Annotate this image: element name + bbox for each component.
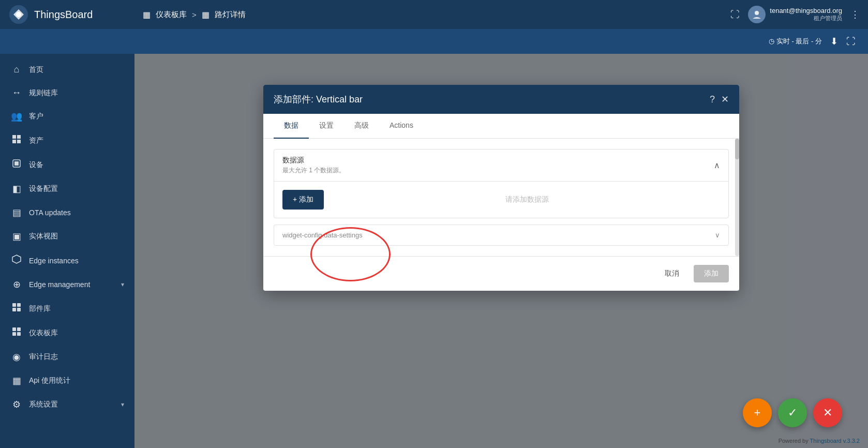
breadcrumb-item2[interactable]: 路灯详情: [215, 10, 246, 20]
sidebar-item-devices[interactable]: 设备: [0, 153, 134, 177]
expand-icon[interactable]: ⛶: [846, 36, 856, 47]
more-menu-icon[interactable]: ⋮: [850, 9, 860, 20]
fab-cancel-button[interactable]: ✕: [813, 398, 842, 427]
svg-marker-9: [12, 255, 21, 263]
customers-icon: 👥: [10, 111, 23, 122]
cancel-button[interactable]: 取消: [656, 265, 687, 282]
rules-icon: ↔: [10, 87, 23, 98]
sidebar-item-label: Edge instances: [29, 257, 124, 265]
add-widget-dialog: 添加部件: Vertical bar ? ✕ 数据 设置 高级 Actions: [263, 85, 739, 291]
breadcrumb-item1[interactable]: 仪表板库: [156, 10, 187, 20]
tab-settings[interactable]: 设置: [309, 114, 344, 139]
breadcrumb-area: ▦ 仪表板库 > ▦ 路灯详情: [143, 10, 730, 20]
fab-add-button[interactable]: +: [743, 398, 772, 427]
fullscreen-icon[interactable]: ⛶: [730, 9, 740, 20]
sidebar-item-customers[interactable]: 👥 客户: [0, 104, 134, 128]
fab-cancel-icon: ✕: [823, 406, 832, 420]
sidebar-item-audit-logs[interactable]: ◉ 审计日志: [0, 345, 134, 369]
tab-data[interactable]: 数据: [274, 114, 309, 139]
datasource-subtitle: 最大允许 1 个数据源。: [282, 166, 345, 175]
sidebar-item-label: 首页: [29, 65, 124, 74]
sidebar-item-label: 客户: [29, 112, 124, 121]
svg-point-1: [16, 12, 21, 17]
svg-rect-6: [17, 140, 21, 143]
logo-icon: [8, 4, 29, 25]
fab-confirm-icon: ✓: [788, 406, 797, 420]
datasource-section-header[interactable]: 数据源 最大允许 1 个数据源。 ∧: [274, 150, 728, 181]
dialog-header-icons: ? ✕: [710, 94, 729, 105]
svg-rect-16: [12, 332, 16, 336]
dashboards-icon: [10, 327, 23, 339]
fab-confirm-button[interactable]: ✓: [778, 398, 807, 427]
sub-header: ◷ 实时 - 最后 - 分 ⬇ ⛶: [0, 29, 868, 54]
breadcrumb-icon2: ▦: [202, 10, 209, 20]
config-row[interactable]: widget-config.data-settings ∨: [274, 225, 729, 246]
svg-rect-12: [12, 308, 16, 311]
datasource-section: 数据源 最大允许 1 个数据源。 ∧ + 添加 请添加数据源: [274, 149, 729, 218]
dialog-scrollbar[interactable]: [735, 139, 739, 256]
sidebar-item-device-profiles[interactable]: ◧ 设备配置: [0, 177, 134, 201]
dialog-overlay: 添加部件: Vertical bar ? ✕ 数据 设置 高级 Actions: [134, 54, 868, 448]
sidebar-item-label: 规则链库: [29, 88, 124, 98]
sidebar-item-widget-library[interactable]: 部件库: [0, 296, 134, 321]
datasource-placeholder: 请添加数据源: [334, 195, 720, 204]
sidebar-item-label: 审计日志: [29, 352, 124, 362]
settings-expand-arrow-icon: ▾: [121, 401, 124, 408]
svg-point-2: [755, 11, 759, 15]
dialog-tabs: 数据 设置 高级 Actions: [263, 114, 739, 139]
datasource-section-body: + 添加 请添加数据源: [274, 181, 728, 218]
sidebar-item-home[interactable]: ⌂ 首页: [0, 58, 134, 81]
sidebar-item-edge-management[interactable]: ⊕ Edge management ▾: [0, 273, 134, 296]
datasource-title: 数据源: [282, 156, 345, 165]
tab-advanced[interactable]: 高级: [344, 114, 379, 139]
close-icon[interactable]: ✕: [721, 94, 729, 105]
system-settings-icon: ⚙: [10, 399, 23, 410]
main-layout: ⌂ 首页 ↔ 规则链库 👥 客户 资产: [0, 54, 868, 448]
config-expand-icon[interactable]: ∨: [715, 231, 720, 239]
assets-icon: [10, 135, 23, 146]
logo-area: ThingsBoard: [8, 4, 143, 25]
scrollbar-thumb: [735, 139, 739, 159]
edge-instances-icon: [10, 255, 23, 266]
content-area: 添加部件: Vertical bar ? ✕ 数据 设置 高级 Actions: [134, 54, 868, 448]
top-header: ThingsBoard ▦ 仪表板库 > ▦ 路灯详情 ⛶ tenant@thi…: [0, 0, 868, 29]
devices-icon: [10, 159, 23, 171]
edge-management-icon: ⊕: [10, 279, 23, 290]
sidebar-item-entity-views[interactable]: ▣ 实体视图: [0, 225, 134, 248]
home-icon: ⌂: [10, 64, 23, 75]
add-datasource-button[interactable]: + 添加: [282, 190, 324, 210]
sidebar-item-label: 系统设置: [29, 400, 115, 409]
dialog-header: 添加部件: Vertical bar ? ✕: [263, 85, 739, 114]
svg-rect-11: [17, 303, 21, 307]
sidebar-item-ota[interactable]: ▤ OTA updates: [0, 201, 134, 225]
sidebar-item-dashboards[interactable]: 仪表板库: [0, 321, 134, 345]
svg-rect-10: [12, 303, 16, 307]
sidebar-item-edge-instances[interactable]: Edge instances: [0, 248, 134, 273]
sidebar-item-label: 仪表板库: [29, 328, 124, 338]
avatar: [748, 6, 766, 23]
svg-rect-17: [17, 332, 21, 336]
sidebar-item-assets[interactable]: 资产: [0, 128, 134, 153]
svg-rect-4: [17, 135, 21, 139]
svg-rect-13: [17, 308, 21, 311]
ota-icon: ▤: [10, 207, 23, 218]
add-button-disabled[interactable]: 添加: [694, 265, 729, 282]
datasource-collapse-icon[interactable]: ∧: [714, 160, 720, 170]
sidebar-item-rules[interactable]: ↔ 规则链库: [0, 81, 134, 104]
help-icon[interactable]: ?: [710, 94, 715, 105]
widget-library-icon: [10, 303, 23, 315]
download-icon[interactable]: ⬇: [830, 36, 838, 47]
user-info: tenant@thingsboard.org 租户管理员: [770, 7, 842, 22]
breadcrumb-separator: >: [192, 10, 197, 19]
sub-header-right: ◷ 实时 - 最后 - 分 ⬇ ⛶: [769, 36, 856, 47]
expand-arrow-icon: ▾: [121, 281, 124, 288]
sidebar-item-api-usage[interactable]: ▦ Api 使用统计: [0, 369, 134, 393]
realtime-label: ◷ 实时 - 最后 - 分: [769, 37, 822, 46]
entity-views-icon: ▣: [10, 231, 23, 242]
sidebar-item-system-settings[interactable]: ⚙ 系统设置 ▾: [0, 393, 134, 416]
audit-logs-icon: ◉: [10, 351, 23, 363]
tab-actions[interactable]: Actions: [379, 114, 424, 139]
dialog-title: 添加部件: Vertical bar: [274, 93, 363, 106]
sidebar-item-label: Api 使用统计: [29, 376, 124, 385]
api-usage-icon: ▦: [10, 375, 23, 386]
